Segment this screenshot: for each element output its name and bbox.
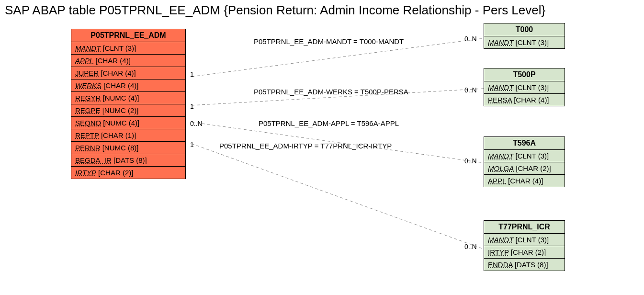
cardinality: 1 (190, 70, 194, 78)
field-row: REGPE [NUMC (2)] (71, 104, 185, 117)
entity-t596a: T596A MANDT [CLNT (3)] MOLGA [CHAR (2)] … (484, 136, 565, 187)
field-row: APPL [CHAR (4)] (71, 55, 185, 67)
entity-header: T000 (484, 23, 565, 36)
entity-header: T500P (484, 68, 565, 81)
cardinality: 0..N (464, 243, 477, 250)
page-title: SAP ABAP table P05TPRNL_EE_ADM {Pension … (5, 3, 545, 18)
relation-label: P05TPRNL_EE_ADM-WERKS = T500P-PERSA (254, 88, 408, 96)
field-row: ENDDA [DATS (8)] (484, 259, 565, 271)
cardinality: 0..N (464, 86, 477, 94)
cardinality: 1 (190, 141, 194, 148)
field-row: MANDT [CLNT (3)] (484, 36, 565, 48)
field-row: SEQNO [NUMC (4)] (71, 117, 185, 129)
field-row: PERNR [NUMC (8)] (71, 142, 185, 154)
relation-label: P05TPRNL_EE_ADM-APPL = T596A-APPL (259, 119, 399, 127)
entity-t000: T000 MANDT [CLNT (3)] (484, 23, 565, 49)
field-row: REPTP [CHAR (1)] (71, 129, 185, 142)
cardinality: 1 (190, 102, 194, 110)
cardinality: 0..N (464, 35, 477, 43)
field-row: MOLGA [CHAR (2)] (484, 162, 565, 175)
field-row: MANDT [CLNT (3)] (484, 81, 565, 94)
entity-t500p: T500P MANDT [CLNT (3)] PERSA [CHAR (4)] (484, 68, 565, 106)
entity-header: T596A (484, 137, 565, 150)
relation-label: P05TPRNL_EE_ADM-MANDT = T000-MANDT (254, 37, 404, 45)
entity-main-header: P05TPRNL_EE_ADM (71, 29, 185, 42)
cardinality: 0..N (190, 120, 203, 127)
svg-line-3 (192, 144, 484, 249)
entity-t77prnl-icr: T77PRNL_ICR MANDT [CLNT (3)] IRTYP [CHAR… (484, 220, 565, 271)
field-row: BEGDA_IR [DATS (8)] (71, 154, 185, 167)
field-row: WERKS [CHAR (4)] (71, 79, 185, 92)
field-row: MANDT [CLNT (3)] (484, 150, 565, 162)
field-row: APPL [CHAR (4)] (484, 175, 565, 187)
relation-label: P05TPRNL_EE_ADM-IRTYP = T77PRNL_ICR-IRTY… (219, 142, 392, 150)
field-row: JUPER [CHAR (4)] (71, 67, 185, 79)
field-row: MANDT [CLNT (3)] (71, 42, 185, 55)
field-row: PERSA [CHAR (4)] (484, 94, 565, 106)
field-row: REGYR [NUMC (4)] (71, 92, 185, 104)
cardinality: 0..N (464, 157, 477, 165)
field-row: IRTYP [CHAR (2)] (484, 246, 565, 259)
entity-header: T77PRNL_ICR (484, 221, 565, 234)
entity-main: P05TPRNL_EE_ADM MANDT [CLNT (3)] APPL [C… (71, 29, 186, 179)
field-row: MANDT [CLNT (3)] (484, 234, 565, 246)
field-row: IRTYP [CHAR (2)] (71, 167, 185, 179)
